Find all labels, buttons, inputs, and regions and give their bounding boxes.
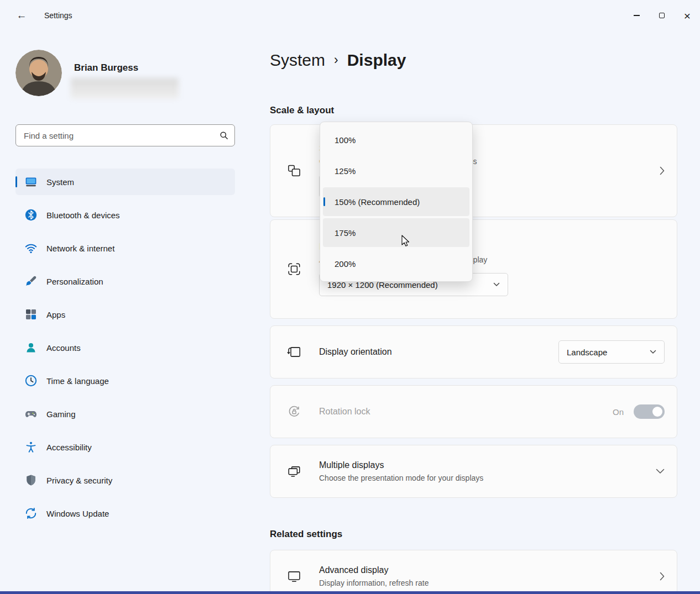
mouse-cursor <box>399 234 411 250</box>
sidebar-item-label: Time & language <box>46 376 109 386</box>
rotation-lock-toggle[interactable] <box>634 404 665 419</box>
sidebar-item-windows-update[interactable]: Windows Update <box>15 500 235 527</box>
multiple-displays-subtitle: Choose the presentation mode for your di… <box>319 474 483 482</box>
multiple-displays-icon <box>287 464 301 479</box>
profile-name: Brian Burgess <box>74 62 179 73</box>
chevron-separator-icon: › <box>334 52 338 67</box>
back-arrow-icon: ← <box>17 9 27 22</box>
scale-icon <box>287 164 301 178</box>
system-icon <box>24 175 38 188</box>
sidebar-item-label: Apps <box>46 310 65 319</box>
sidebar-item-time-language[interactable]: Time & language <box>15 367 235 394</box>
advanced-display-subtitle: Display information, refresh rate <box>319 579 429 587</box>
breadcrumb-parent[interactable]: System <box>270 51 325 70</box>
sidebar: Brian Burgess System <box>0 31 254 594</box>
sidebar-item-label: Accounts <box>46 343 81 353</box>
search-box <box>15 124 235 146</box>
sidebar-item-gaming[interactable]: Gaming <box>15 401 235 427</box>
avatar <box>15 50 62 96</box>
rotation-lock-icon <box>287 404 301 419</box>
accessibility-icon <box>24 440 38 454</box>
bluetooth-icon <box>24 208 38 222</box>
toggle-knob <box>652 407 662 417</box>
settings-window: ← Settings × <box>0 0 700 594</box>
resolution-icon <box>287 262 301 276</box>
chevron-right-icon <box>660 572 665 581</box>
orientation-icon <box>287 345 301 359</box>
sidebar-nav: System Bluetooth & devices Network & int… <box>15 169 235 527</box>
scale-option-175[interactable]: 175% <box>323 218 469 247</box>
advanced-display-card[interactable]: Advanced display Display information, re… <box>270 550 677 594</box>
window-title: Settings <box>44 11 72 20</box>
person-icon <box>24 341 38 354</box>
page-title: Display <box>347 51 406 70</box>
rotation-lock-control: On <box>613 404 665 419</box>
scale-option-200[interactable]: 200% <box>323 249 469 278</box>
orientation-title: Display orientation <box>319 347 392 357</box>
update-arrows-icon <box>24 507 38 520</box>
apps-grid-icon <box>24 308 38 321</box>
advanced-display-title: Advanced display <box>319 565 429 575</box>
orientation-select[interactable]: Landscape <box>558 340 665 364</box>
search-input[interactable] <box>15 124 235 146</box>
chevron-down-icon <box>650 350 656 354</box>
sidebar-item-privacy-security[interactable]: Privacy & security <box>15 467 235 493</box>
wifi-icon <box>24 241 38 255</box>
scale-option-100[interactable]: 100% <box>323 125 469 154</box>
search-icon <box>220 131 228 140</box>
orientation-select-value: Landscape <box>567 348 607 357</box>
close-button[interactable]: × <box>675 0 700 31</box>
bottom-window-edge <box>0 591 700 594</box>
sidebar-item-bluetooth-devices[interactable]: Bluetooth & devices <box>15 202 235 228</box>
display-orientation-card: Display orientation Landscape <box>270 325 677 379</box>
sidebar-item-label: Privacy & security <box>46 476 112 485</box>
sidebar-item-label: System <box>46 177 74 187</box>
paintbrush-icon <box>24 275 38 288</box>
shield-icon <box>24 474 38 487</box>
multiple-displays-card[interactable]: Multiple displays Choose the presentatio… <box>270 445 677 498</box>
breadcrumb: System › Display <box>270 51 677 70</box>
sidebar-item-accessibility[interactable]: Accessibility <box>15 434 235 460</box>
minimize-icon <box>634 15 640 15</box>
sidebar-item-personalization[interactable]: Personalization <box>15 268 235 295</box>
section-header-scale-layout: Scale & layout <box>270 105 677 116</box>
titlebar: ← Settings × <box>0 0 700 31</box>
sidebar-item-label: Bluetooth & devices <box>46 211 120 220</box>
sidebar-item-label: Personalization <box>46 277 103 286</box>
minimize-button[interactable] <box>624 0 649 31</box>
window-controls: × <box>624 0 700 31</box>
scale-option-150-recommended[interactable]: 150% (Recommended) <box>323 187 469 216</box>
multiple-displays-text: Multiple displays Choose the presentatio… <box>319 460 483 482</box>
sidebar-item-label: Windows Update <box>46 509 109 518</box>
rotation-lock-card: Rotation lock On <box>270 385 677 438</box>
scale-option-125[interactable]: 125% <box>323 156 469 185</box>
chevron-right-icon <box>660 166 665 175</box>
back-button[interactable]: ← <box>12 6 31 25</box>
chevron-down-icon <box>656 469 665 474</box>
section-header-related-settings: Related settings <box>270 529 677 540</box>
chevron-down-icon <box>493 282 500 287</box>
clock-icon <box>24 374 38 387</box>
sidebar-item-system[interactable]: System <box>15 169 235 195</box>
advanced-display-text: Advanced display Display information, re… <box>319 565 429 587</box>
profile-info: Brian Burgess <box>74 50 179 99</box>
sidebar-item-label: Accessibility <box>46 443 92 452</box>
scale-dropdown-flyout: 100% 125% 150% (Recommended) 175% 200% <box>320 122 473 282</box>
monitor-icon <box>287 569 301 584</box>
close-icon: × <box>684 10 691 22</box>
gamepad-icon <box>24 407 38 420</box>
blurred-email <box>71 78 179 99</box>
sidebar-item-apps[interactable]: Apps <box>15 301 235 328</box>
profile-block[interactable]: Brian Burgess <box>15 50 235 99</box>
sidebar-item-network-internet[interactable]: Network & internet <box>15 235 235 261</box>
maximize-button[interactable] <box>649 0 675 31</box>
sidebar-item-label: Network & internet <box>46 244 114 253</box>
sidebar-item-accounts[interactable]: Accounts <box>15 334 235 361</box>
main-content: System › Display Scale & layout Scale Ch… <box>254 31 700 594</box>
multiple-displays-title: Multiple displays <box>319 460 483 470</box>
maximize-icon <box>659 13 665 18</box>
toggle-state-label: On <box>613 407 624 417</box>
rotation-lock-title: Rotation lock <box>319 407 370 417</box>
sidebar-item-label: Gaming <box>46 409 76 419</box>
